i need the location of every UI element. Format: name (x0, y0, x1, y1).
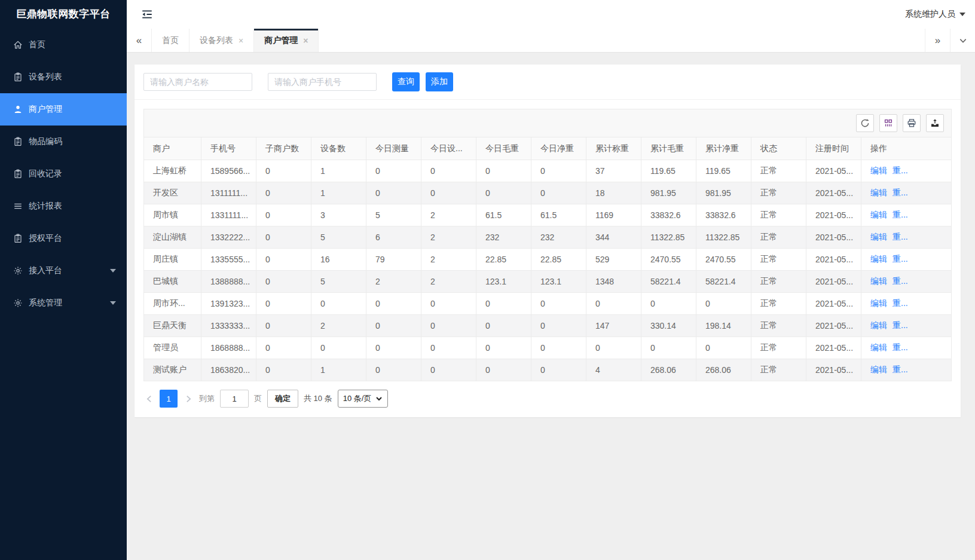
reset-password-link[interactable]: 重... (893, 254, 908, 264)
table-cell: 巴城镇 (153, 276, 178, 286)
column-today-device: 今日设... (421, 137, 476, 160)
add-button[interactable]: 添加 (426, 72, 453, 91)
reset-password-link[interactable]: 重... (893, 232, 908, 241)
table-row: 上海虹桥 1589566... 0 1 0 0 0 0 37 119.65 11… (144, 160, 952, 182)
chevron-down-icon (375, 395, 383, 402)
tab-bar-actions: » (925, 29, 975, 52)
table-cell: 0 (485, 188, 490, 198)
column-settings-button[interactable] (879, 114, 897, 132)
merchant-name-input[interactable] (143, 73, 252, 91)
edit-link[interactable]: 编辑 (870, 188, 887, 197)
table-row: 管理员 1868888... 0 0 0 0 0 0 0 0 0 正常 2021… (144, 337, 952, 359)
edit-link[interactable]: 编辑 (870, 254, 887, 264)
sidebar-item-recycle-records[interactable]: 回收记录 (0, 158, 127, 190)
tab-merchant-management[interactable]: 商户管理 × (254, 29, 319, 52)
edit-link[interactable]: 编辑 (870, 232, 887, 241)
prev-page-button[interactable] (143, 390, 154, 407)
table-cell: 2470.55 (705, 255, 736, 264)
table-row: 周市镇 1331111... 0 3 5 2 61.5 61.5 1169 33… (144, 204, 952, 227)
edit-link[interactable]: 编辑 (870, 342, 887, 352)
merchant-phone-input[interactable] (268, 73, 377, 91)
chevron-right-icon (185, 395, 192, 403)
sidebar-item-label: 商户管理 (29, 104, 62, 115)
sidebar-item-item-code[interactable]: 物品编码 (0, 126, 127, 158)
close-icon[interactable]: × (303, 36, 308, 45)
table-cell: 22.85 (540, 255, 561, 264)
table-cell: 0 (375, 365, 380, 375)
next-page-button[interactable] (183, 390, 194, 407)
page-size-select[interactable]: 10 条/页 (338, 390, 389, 408)
reset-password-link[interactable]: 重... (893, 320, 908, 330)
table-cell: 开发区 (153, 188, 178, 197)
export-button[interactable] (926, 114, 944, 132)
sidebar-item-access-platform[interactable]: 接入平台 (0, 255, 127, 287)
table-cell: 3 (320, 210, 325, 220)
reset-password-link[interactable]: 重... (893, 210, 908, 219)
tab-label: 设备列表 (200, 35, 233, 46)
edit-link[interactable]: 编辑 (870, 276, 887, 286)
reset-password-link[interactable]: 重... (893, 188, 908, 197)
sidebar-item-label: 授权平台 (29, 233, 62, 244)
table-cell: 268.06 (705, 365, 731, 375)
home-icon (13, 40, 23, 50)
reset-password-link[interactable]: 重... (893, 365, 908, 374)
current-page[interactable]: 1 (160, 390, 178, 408)
tabs-scroll-right-button[interactable]: » (925, 29, 950, 52)
table-cell: 0 (485, 299, 490, 308)
table-cell: 1335555... (210, 255, 250, 264)
tab-device-list[interactable]: 设备列表 × (190, 29, 254, 52)
sidebar-item-statistics-report[interactable]: 统计报表 (0, 190, 127, 222)
table-cell: 0 (375, 321, 380, 331)
column-merchant: 商户 (144, 137, 201, 160)
reset-password-link[interactable]: 重... (893, 276, 908, 286)
table-cell: 33832.6 (705, 210, 736, 220)
sidebar-item-system-management[interactable]: 系统管理 (0, 287, 127, 319)
table-cell: 0 (705, 299, 710, 308)
pagination: 1 到第 页 确定 共 10 条 10 条/页 (143, 381, 952, 409)
table-cell: 0 (485, 365, 490, 375)
sidebar-item-merchant-management[interactable]: 商户管理 (0, 93, 127, 126)
table-cell: 0 (265, 277, 270, 286)
table-cell: 正常 (760, 232, 777, 241)
merchant-icon (13, 105, 23, 114)
table-cell: 2470.55 (650, 255, 681, 264)
goto-label: 到第 (199, 393, 215, 404)
table-cell: 37 (595, 166, 605, 176)
refresh-button[interactable] (856, 114, 874, 132)
user-menu[interactable]: 系统维护人员 (905, 9, 965, 20)
print-button[interactable] (903, 114, 921, 132)
table-cell: 0 (265, 188, 270, 198)
column-total-gross: 累计毛重 (641, 137, 696, 160)
sidebar-item-home[interactable]: 首页 (0, 29, 127, 61)
goto-page-input[interactable] (220, 390, 249, 408)
query-button[interactable]: 查询 (392, 72, 420, 91)
edit-link[interactable]: 编辑 (870, 210, 887, 219)
table-cell: 58221.4 (650, 277, 681, 286)
table-cell: 119.65 (705, 166, 731, 176)
goto-confirm-button[interactable]: 确定 (267, 390, 298, 408)
reset-password-link[interactable]: 重... (893, 298, 908, 308)
sidebar-item-device-list[interactable]: 设备列表 (0, 61, 127, 93)
table-cell: 0 (375, 166, 380, 176)
tab-home[interactable]: 首页 (152, 29, 190, 52)
edit-link[interactable]: 编辑 (870, 166, 887, 175)
table-row: 测试账户 1863820... 0 1 0 0 0 0 4 268.06 268… (144, 359, 952, 381)
report-icon (13, 201, 23, 211)
table-cell: 0 (705, 343, 710, 353)
table-cell: 1863820... (210, 365, 250, 375)
table-row: 巴城镇 1388888... 0 5 2 2 123.1 123.1 1348 … (144, 271, 952, 293)
reset-password-link[interactable]: 重... (893, 166, 908, 175)
edit-link[interactable]: 编辑 (870, 365, 887, 374)
edit-link[interactable]: 编辑 (870, 298, 887, 308)
table-cell: 11322.85 (650, 232, 684, 242)
edit-link[interactable]: 编辑 (870, 320, 887, 330)
tabs-menu-button[interactable] (950, 29, 975, 52)
sidebar-collapse-button[interactable] (141, 8, 154, 20)
tabs-scroll-left-button[interactable]: « (127, 29, 152, 52)
search-buttons: 查询 添加 (392, 72, 453, 91)
reset-password-link[interactable]: 重... (893, 342, 908, 352)
table-cell: 0 (375, 343, 380, 353)
sidebar-item-authorize-platform[interactable]: 授权平台 (0, 222, 127, 255)
table-cell: 1388888... (210, 277, 250, 286)
close-icon[interactable]: × (239, 36, 243, 45)
